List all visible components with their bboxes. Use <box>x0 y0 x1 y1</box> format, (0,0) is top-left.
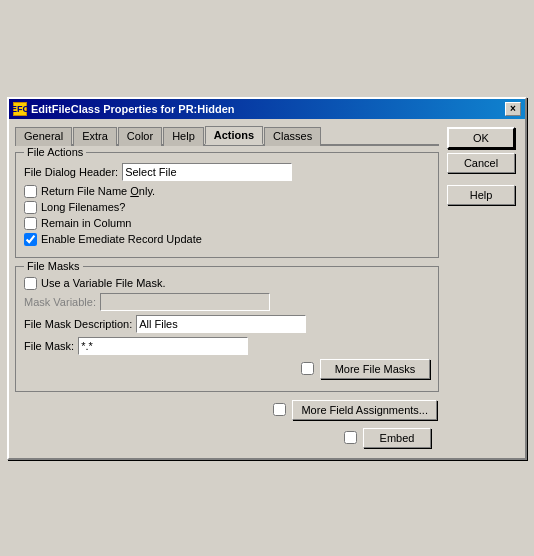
remain-column-row: Remain in Column <box>24 217 430 230</box>
more-masks-row: More File Masks <box>24 359 430 379</box>
return-filename-checkbox[interactable] <box>24 185 37 198</box>
tab-extra[interactable]: Extra <box>73 127 117 146</box>
tab-classes[interactable]: Classes <box>264 127 321 146</box>
embed-button[interactable]: Embed <box>363 428 431 448</box>
more-file-masks-button[interactable]: More File Masks <box>320 359 430 379</box>
window-title: EditFileClass Properties for PR:Hidden <box>31 103 235 115</box>
main-panel: General Extra Color Help Actions Classes… <box>13 123 441 454</box>
side-buttons: OK Cancel Help <box>441 123 521 454</box>
window-icon: EFC <box>13 102 27 116</box>
title-bar: EFC EditFileClass Properties for PR:Hidd… <box>9 99 525 119</box>
more-assignments-row: More Field Assignments... <box>15 400 439 420</box>
enable-emediate-checkbox[interactable] <box>24 233 37 246</box>
enable-emediate-label: Enable Emediate Record Update <box>41 233 202 245</box>
dialog-header-row: File Dialog Header: <box>24 163 430 181</box>
file-mask-label: File Mask: <box>24 340 74 352</box>
mask-description-row: File Mask Description: <box>24 315 430 333</box>
remain-column-label: Remain in Column <box>41 217 131 229</box>
file-mask-input[interactable] <box>78 337 248 355</box>
embed-row: Embed <box>344 428 431 448</box>
main-window: EFC EditFileClass Properties for PR:Hidd… <box>7 97 527 460</box>
file-actions-group: File Actions File Dialog Header: Return … <box>15 152 439 258</box>
file-mask-row: File Mask: <box>24 337 430 355</box>
remain-column-checkbox[interactable] <box>24 217 37 230</box>
tab-help[interactable]: Help <box>163 127 204 146</box>
mask-description-input[interactable] <box>136 315 306 333</box>
tab-color[interactable]: Color <box>118 127 162 146</box>
mask-variable-label: Mask Variable: <box>24 296 96 308</box>
dialog-header-label: File Dialog Header: <box>24 166 118 178</box>
dialog-header-input[interactable] <box>122 163 292 181</box>
bottom-area: Embed <box>15 424 439 452</box>
tab-bar: General Extra Color Help Actions Classes <box>15 125 439 146</box>
enable-emediate-row: Enable Emediate Record Update <box>24 233 430 246</box>
long-filenames-checkbox[interactable] <box>24 201 37 214</box>
mask-variable-row: Mask Variable: <box>24 293 430 311</box>
tab-actions[interactable]: Actions <box>205 126 263 145</box>
ok-button[interactable]: OK <box>447 127 515 149</box>
return-filename-label: Return File Name Only. <box>41 185 155 197</box>
close-button[interactable]: × <box>505 102 521 116</box>
more-assignments-checkbox[interactable] <box>273 403 286 416</box>
content-area: General Extra Color Help Actions Classes… <box>9 119 525 458</box>
long-filenames-row: Long Filenames? <box>24 201 430 214</box>
mask-description-label: File Mask Description: <box>24 318 132 330</box>
more-masks-checkbox[interactable] <box>301 362 314 375</box>
file-masks-group: File Masks Use a Variable File Mask. Mas… <box>15 266 439 392</box>
help-button[interactable]: Help <box>447 185 515 205</box>
file-actions-title: File Actions <box>24 146 86 158</box>
use-variable-mask-label: Use a Variable File Mask. <box>41 277 166 289</box>
long-filenames-label: Long Filenames? <box>41 201 125 213</box>
file-masks-title: File Masks <box>24 260 83 272</box>
cancel-button[interactable]: Cancel <box>447 153 515 173</box>
more-assignments-button[interactable]: More Field Assignments... <box>292 400 437 420</box>
mask-variable-input[interactable] <box>100 293 270 311</box>
use-variable-mask-checkbox[interactable] <box>24 277 37 290</box>
use-variable-mask-row: Use a Variable File Mask. <box>24 277 430 290</box>
return-filename-row: Return File Name Only. <box>24 185 430 198</box>
tab-general[interactable]: General <box>15 127 72 146</box>
title-bar-left: EFC EditFileClass Properties for PR:Hidd… <box>13 102 235 116</box>
embed-checkbox[interactable] <box>344 431 357 444</box>
